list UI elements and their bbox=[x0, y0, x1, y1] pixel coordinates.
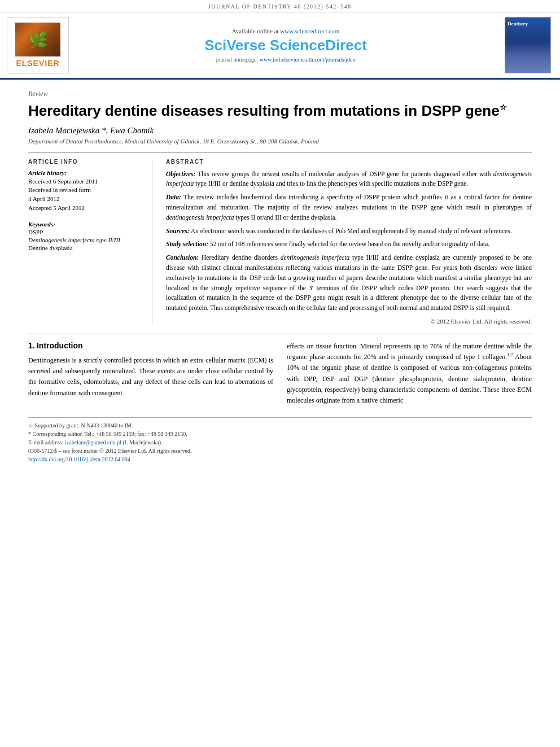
sciencedirect-link[interactable]: www.sciencedirect.com bbox=[280, 28, 339, 34]
abstract-objectives: Objectives: This review groups the newes… bbox=[166, 169, 532, 190]
intro-right-text: effects on tissue function. Mineral repr… bbox=[287, 341, 532, 406]
dentistry-cover-image bbox=[505, 17, 551, 73]
keywords-section: Keywords: DSPP Dentinogenesis imperfecta… bbox=[28, 221, 143, 251]
dentistry-cover bbox=[502, 17, 553, 73]
conclusion-text: Hereditary dentine disorders dentinogene… bbox=[166, 254, 532, 311]
section-heading: 1. Introduction bbox=[28, 341, 273, 351]
accepted: Accepted 5 April 2012 bbox=[28, 204, 143, 213]
review-label: Review bbox=[28, 90, 532, 98]
copyright: © 2012 Elsevier Ltd. All rights reserved… bbox=[166, 318, 532, 325]
intro-right-column: effects on tissue function. Mineral repr… bbox=[287, 341, 532, 406]
top-banner: ELSEVIER Available online at www.science… bbox=[0, 12, 560, 80]
keyword-1: DSPP bbox=[28, 229, 143, 235]
abstract-sources: Sources: An electronic search was conduc… bbox=[166, 226, 532, 237]
paper-body: Review Hereditary dentine diseases resul… bbox=[0, 80, 560, 475]
abstract-conclusion: Conclusion: Hereditary dentine disorders… bbox=[166, 253, 532, 313]
objectives-text: This review groups the newest results of… bbox=[166, 171, 532, 187]
journal-homepage: journal homepage: www.intl.elsevierhealt… bbox=[216, 56, 356, 63]
doi-link[interactable]: http://dx.doi.org/10.1016/j.jdent.2012.0… bbox=[28, 456, 130, 462]
article-info-header: Article Info bbox=[28, 159, 143, 165]
elsevier-tree-icon bbox=[15, 23, 60, 56]
abstract-column: Abstract Objectives: This review groups … bbox=[166, 159, 532, 325]
journal-header: Journal of Dentistry 40 (2012) 542–548 bbox=[0, 0, 560, 12]
history-label: Article history: bbox=[28, 169, 143, 176]
article-title: Hereditary dentine diseases resulting fr… bbox=[28, 102, 532, 120]
abstract-header: Abstract bbox=[166, 159, 532, 165]
keyword-2: Dentinogenesis imperfecta type II/III bbox=[28, 237, 143, 243]
footnote-issn: 0300-5712/$ – see front matter © 2012 El… bbox=[28, 447, 532, 455]
abstract-data: Data: The review includes biochemical da… bbox=[166, 193, 532, 222]
email-link[interactable]: izabelam@gumed.edu.pl bbox=[65, 439, 121, 445]
divider-1 bbox=[28, 152, 532, 153]
received-2-date: 4 April 2012 bbox=[28, 195, 143, 204]
journal-title: Journal of Dentistry 40 (2012) 542–548 bbox=[208, 3, 352, 10]
divider-2 bbox=[28, 334, 532, 334]
received-1: Received 6 September 2011 bbox=[28, 177, 143, 186]
elsevier-brand: ELSEVIER bbox=[16, 59, 59, 68]
intro-left-column: 1. Introduction Dentinogenesis is a stri… bbox=[28, 341, 273, 406]
sources-text: An electronic search was conducted in th… bbox=[191, 228, 512, 234]
introduction-section: 1. Introduction Dentinogenesis is a stri… bbox=[28, 341, 532, 406]
abstract-study: Study selection: 52 out of 108 reference… bbox=[166, 239, 532, 250]
footnote-email: E-mail address: izabelam@gumed.edu.pl (I… bbox=[28, 438, 532, 447]
affiliation: Department of Dental Prosthodontics, Med… bbox=[28, 138, 532, 145]
keyword-3: Dentine dysplasia bbox=[28, 244, 143, 251]
elsevier-logo: ELSEVIER bbox=[7, 17, 69, 73]
footnote-section: ☆ Supported by grant: N N403 130040 to I… bbox=[28, 417, 532, 464]
homepage-link[interactable]: www.intl.elsevierhealth.com/journals/jde… bbox=[260, 56, 356, 63]
intro-left-text: Dentinogenesis is a strictly controlled … bbox=[28, 355, 273, 399]
footnote-star: ☆ Supported by grant: N N403 130040 to I… bbox=[28, 421, 532, 430]
study-text: 52 out of 108 references were finally se… bbox=[210, 241, 489, 247]
sciverse-brand: SciVerse ScienceDirect bbox=[204, 37, 367, 54]
article-info-column: Article Info Article history: Received 6… bbox=[28, 159, 152, 325]
sciencedirect-text: ScienceDirect bbox=[270, 37, 367, 54]
available-online-text: Available online at www.sciencedirect.co… bbox=[232, 28, 340, 34]
info-abstract-columns: Article Info Article history: Received 6… bbox=[28, 159, 532, 325]
footnote-doi: http://dx.doi.org/10.1016/j.jdent.2012.0… bbox=[28, 455, 532, 464]
footnote-corresponding: * Corresponding author. Tel.: +48 58 349… bbox=[28, 430, 532, 438]
keywords-label: Keywords: bbox=[28, 221, 143, 228]
banner-center: Available online at www.sciencedirect.co… bbox=[75, 17, 497, 73]
sciverse-text: SciVerse bbox=[204, 37, 270, 54]
received-2: Received in revised form bbox=[28, 186, 143, 195]
data-text: The review includes biochemical data int… bbox=[166, 194, 532, 221]
authors: Izabela Maciejewska *, Ewa Chomik bbox=[28, 126, 532, 136]
